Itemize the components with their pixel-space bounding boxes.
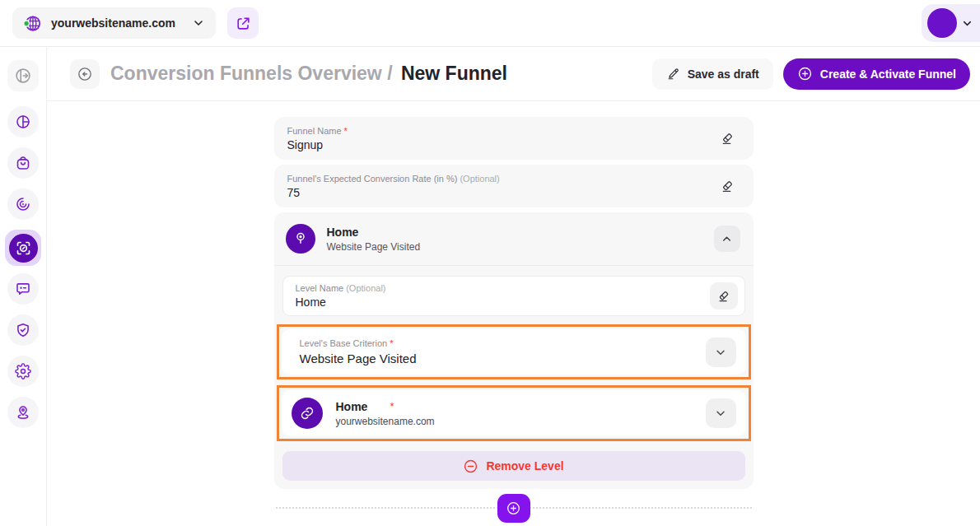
expected-rate-value: 75: [287, 186, 715, 199]
chevron-down-icon: [192, 16, 205, 30]
eraser-edit-icon: [720, 179, 735, 194]
save-as-draft-label: Save as draft: [688, 67, 759, 81]
base-criterion-select[interactable]: Level's Base Criterion* Website Page Vis…: [282, 329, 746, 375]
collapse-level-button[interactable]: [714, 226, 740, 252]
pencil-icon: [666, 67, 680, 81]
shopping-bag-icon: [15, 155, 31, 171]
edit-funnel-name-button[interactable]: [715, 130, 740, 147]
create-activate-funnel-button[interactable]: Create & Activate Funnel: [783, 58, 970, 90]
level-subtitle: Website Page Visited: [327, 241, 714, 253]
required-mark: *: [390, 400, 394, 412]
expected-rate-field[interactable]: Funnel's Expected Conversion Rate (in %)…: [274, 165, 754, 207]
page-select-dropdown-button[interactable]: [706, 398, 736, 428]
chevron-down-icon: [714, 407, 727, 420]
location-pin-icon: [15, 404, 31, 421]
page-select-domain: yourwebsitename.com: [336, 416, 706, 427]
shield-check-icon: [15, 322, 31, 338]
level-card: Home Website Page Visited: [274, 212, 754, 489]
pin-marker-icon: [292, 230, 309, 247]
sidebar-item-location[interactable]: [7, 397, 39, 428]
level-title: Home: [327, 226, 714, 239]
add-level-separator: [274, 494, 754, 526]
add-level-button[interactable]: [497, 494, 530, 523]
breadcrumb[interactable]: Conversion Funnels Overview /: [110, 63, 393, 84]
funnel-name-label: Funnel Name*: [287, 126, 715, 136]
sidebar-item-ecommerce[interactable]: [7, 147, 39, 179]
sidebar-item-assistant[interactable]: [7, 273, 39, 305]
required-mark: *: [344, 126, 348, 136]
remove-level-label: Remove Level: [486, 459, 563, 472]
sidebar-item-settings[interactable]: [7, 356, 39, 387]
eraser-edit-icon: [716, 289, 731, 304]
open-website-button[interactable]: [227, 7, 259, 39]
sidebar-collapse-button[interactable]: [7, 60, 39, 91]
base-criterion-dropdown-button[interactable]: [706, 337, 736, 367]
edit-expected-rate-button[interactable]: [715, 178, 740, 195]
link-icon: [300, 406, 315, 421]
funnel-form: Funnel Name* Signup Funnel's Expect: [47, 101, 980, 526]
main-area: Conversion Funnels Overview / New Funnel…: [47, 47, 980, 526]
sidebar-item-dashboard[interactable]: [7, 106, 39, 137]
funnel-name-value: Signup: [287, 138, 715, 151]
plus-circle-icon: [506, 500, 521, 516]
page-select-value: Home: [336, 400, 368, 413]
sidebar-item-behaviour[interactable]: [7, 189, 39, 220]
pie-chart-icon: [15, 114, 31, 130]
external-link-icon: [236, 16, 251, 31]
chat-bot-icon: [15, 281, 31, 297]
back-button[interactable]: [70, 59, 100, 89]
create-activate-funnel-label: Create & Activate Funnel: [820, 67, 956, 81]
save-as-draft-button[interactable]: Save as draft: [652, 58, 773, 90]
website-selector-value: yourwebsitename.com: [51, 16, 175, 30]
page-title-current: New Funnel: [401, 63, 507, 84]
avatar: [927, 8, 957, 38]
edit-level-name-button[interactable]: [710, 282, 738, 310]
topbar: yourwebsitename.com: [0, 0, 980, 47]
minus-circle-icon: [463, 459, 478, 474]
back-icon: [77, 66, 93, 82]
funnel-target-icon: [15, 240, 32, 257]
level-name-value: Home: [296, 296, 710, 309]
website-globe-icon: [23, 14, 42, 33]
sidebar-nav: [0, 47, 47, 526]
settings-gear-icon: [15, 363, 31, 379]
sidebar-collapse-icon: [14, 67, 32, 85]
optional-mark: (Optional): [346, 283, 385, 293]
base-criterion-label: Level's Base Criterion*: [300, 338, 706, 348]
plus-circle-icon: [797, 66, 813, 81]
sidebar-item-conversion-funnels[interactable]: [5, 230, 41, 266]
sidebar-item-privacy[interactable]: [7, 314, 39, 346]
optional-mark: (Optional): [460, 174, 499, 184]
annotation-highlight-criterion: Level's Base Criterion* Website Page Vis…: [277, 324, 751, 379]
expected-rate-label: Funnel's Expected Conversion Rate (in %)…: [287, 174, 715, 184]
remove-level-button[interactable]: Remove Level: [282, 451, 745, 481]
level-name-label: Level Name(Optional): [296, 283, 710, 293]
funnel-name-field[interactable]: Funnel Name* Signup: [274, 117, 754, 160]
radar-icon: [15, 196, 31, 212]
level-name-field[interactable]: Level Name(Optional) Home: [282, 276, 745, 316]
required-mark: *: [390, 338, 393, 348]
page-header: Conversion Funnels Overview / New Funnel…: [47, 47, 980, 101]
page-title: Conversion Funnels Overview / New Funnel: [110, 63, 507, 85]
base-criterion-value: Website Page Visited: [300, 351, 706, 365]
chevron-down-icon: [961, 17, 973, 30]
divider: [274, 265, 754, 266]
chevron-up-icon: [721, 233, 733, 245]
eraser-edit-icon: [720, 131, 735, 147]
account-menu[interactable]: [922, 4, 980, 42]
level-card-header[interactable]: Home Website Page Visited: [282, 222, 745, 265]
chevron-down-icon: [714, 346, 727, 359]
annotation-highlight-page: Home * yourwebsitename.com: [277, 385, 751, 441]
page-select[interactable]: Home * yourwebsitename.com: [282, 390, 746, 436]
website-selector[interactable]: yourwebsitename.com: [12, 7, 216, 39]
